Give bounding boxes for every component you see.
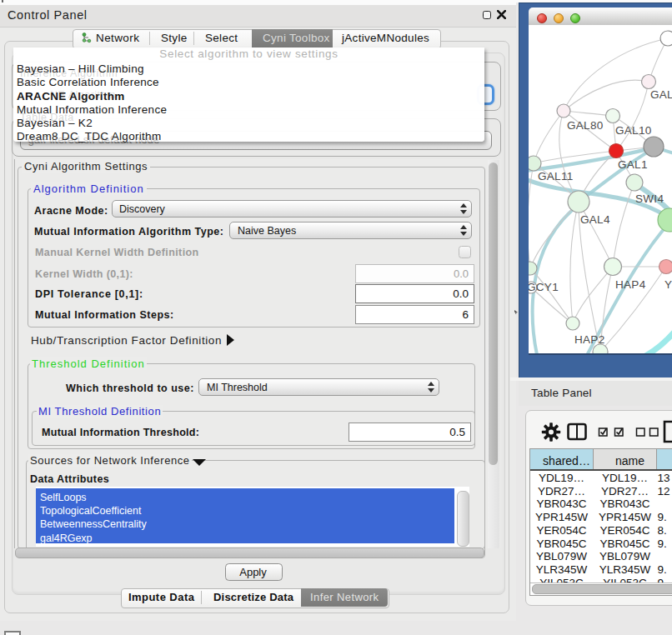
svg-text:SWI4: SWI4 [635, 192, 664, 205]
svg-text:GAL10: GAL10 [615, 124, 652, 137]
svg-text:GAL4: GAL4 [580, 213, 610, 226]
svg-text:GAL1: GAL1 [618, 158, 648, 171]
svg-text:GAL11: GAL11 [538, 170, 574, 182]
svg-text:GAL80: GAL80 [567, 119, 604, 132]
svg-text:Y: Y [664, 278, 672, 291]
svg-text:HAP4: HAP4 [615, 278, 646, 291]
svg-text:GCY1: GCY1 [529, 281, 559, 293]
svg-text:HAP2: HAP2 [574, 333, 604, 346]
svg-text:GAL: GAL [650, 88, 672, 101]
